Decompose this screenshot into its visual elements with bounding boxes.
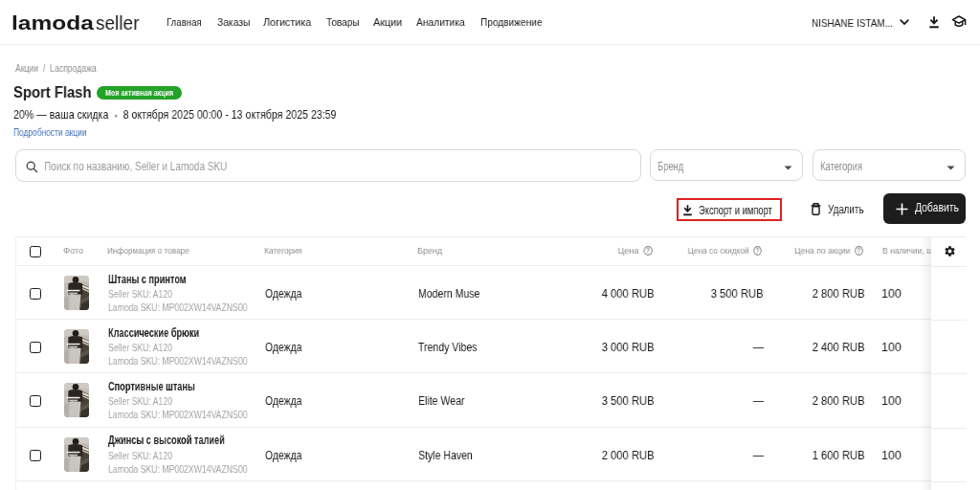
svg-text:?: ? [858, 246, 861, 253]
svg-text:?: ? [646, 246, 650, 253]
svg-text:?: ? [756, 246, 760, 253]
